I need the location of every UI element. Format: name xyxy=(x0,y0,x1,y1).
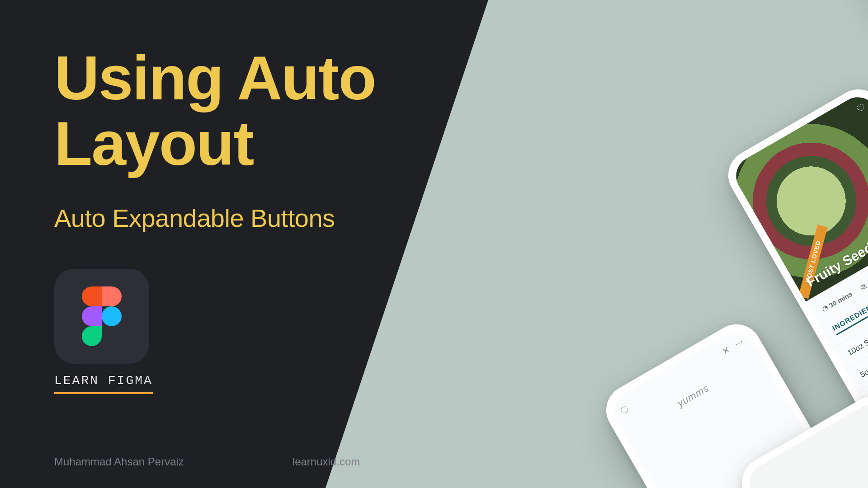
slide: Using Auto Layout Auto Expandable Button… xyxy=(0,0,868,488)
badge-label: LEARN FIGMA xyxy=(54,374,153,394)
category-column: MOST Fig Ch BIRTHDAY SPECIAL Purple Haze… xyxy=(844,0,868,99)
recipe-hero-image xyxy=(729,90,868,301)
meta-persons: 4 persons xyxy=(866,264,868,286)
left-panel: Using Auto Layout Auto Expandable Button… xyxy=(0,0,497,488)
search-icon[interactable]: ◌ xyxy=(618,403,630,416)
meta-time: 30 mins xyxy=(828,290,854,309)
bag-icon: 🛍 xyxy=(858,282,868,291)
site-url: learnuxid.com xyxy=(292,455,360,468)
figma-logo-box xyxy=(54,269,149,364)
more-icon[interactable]: ⋯ xyxy=(732,336,745,350)
slide-title: Using Auto Layout xyxy=(54,45,497,176)
clock-icon: ◔ xyxy=(820,304,829,314)
figma-logo-icon xyxy=(82,286,122,346)
close-icon[interactable]: ✕ xyxy=(720,344,732,357)
author-name: Muhammad Ahsan Pervaiz xyxy=(54,455,184,468)
slide-footer: Muhammad Ahsan Pervaiz learnuxid.com xyxy=(54,455,360,468)
figma-badge: LEARN FIGMA xyxy=(54,269,153,394)
slide-subtitle: Auto Expandable Buttons xyxy=(54,203,497,233)
